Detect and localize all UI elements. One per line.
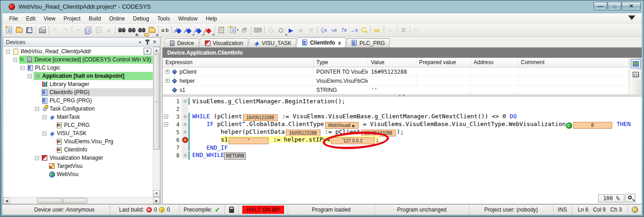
breakpoint-gutter[interactable]	[181, 144, 189, 151]
tree-item-webvisu-read-clientipaddr[interactable]: −WebVisu_Read_ClientIpAddr	[3, 47, 153, 56]
column-header-type[interactable]: Type	[314, 58, 368, 67]
menu-view[interactable]: View	[40, 14, 60, 23]
tree-item-device[interactable]: −↻Device [connected] (CODESYS Control Wi…	[3, 56, 153, 64]
application-selector-dropdown[interactable]: ▼	[144, 48, 151, 55]
column-header-address[interactable]: Address	[471, 58, 518, 67]
step-into-icon[interactable]: ⤷≡	[329, 25, 339, 35]
collapse-icon[interactable]: −	[42, 115, 46, 119]
refactor-icon[interactable]: ↗✓	[412, 25, 422, 35]
delete-icon[interactable]: ×	[104, 25, 114, 35]
save-project-icon[interactable]	[24, 25, 34, 35]
redo-icon[interactable]: ↷	[60, 25, 70, 35]
menu-build[interactable]: Build	[85, 14, 105, 23]
code-line-3[interactable]: −3WHILE (pClient16#05123288 := VisuElems…	[163, 113, 642, 121]
scroll-up-icon[interactable]: ▲	[153, 47, 160, 54]
tree-item-task[interactable]: −⚙Task Configuration	[3, 105, 153, 113]
collapse-icon[interactable]: −	[13, 58, 17, 62]
sort-icon[interactable]: ☰	[399, 25, 409, 35]
code-line-6[interactable]: 6 s1'' := helper.stIPv4'127.0.0.1';	[163, 136, 642, 144]
user-management-icon[interactable]	[632, 207, 638, 213]
watch-row-s1[interactable]: s1	[163, 86, 314, 95]
tree-item-maintask[interactable]: −◈MainTask	[3, 113, 153, 121]
step-over-icon[interactable]: ⤹≡	[319, 25, 329, 35]
find-next-icon[interactable]: a·b	[160, 25, 170, 35]
breakpoint-gutter[interactable]	[181, 121, 189, 128]
column-header-prepared-value[interactable]: Prepared value	[416, 58, 471, 67]
breakpoint-gutter[interactable]	[181, 105, 189, 113]
tab-clientinfo[interactable]: ClientInfox	[296, 37, 347, 47]
open-project-icon[interactable]	[14, 25, 24, 35]
collapse-icon[interactable]: −	[35, 107, 39, 111]
magnifier-icon[interactable]	[625, 194, 635, 202]
breakpoint-gutter[interactable]	[181, 128, 189, 136]
find-icon[interactable]	[117, 25, 127, 35]
code-line-7[interactable]: 7 END_IF	[163, 144, 642, 151]
logout-icon[interactable]: Ѻ×	[276, 25, 286, 35]
menu-project[interactable]: Project	[60, 14, 85, 23]
watch-row-helper[interactable]: +helper	[163, 76, 314, 86]
step-out-icon[interactable]: ⤴≡	[339, 25, 349, 35]
build-icon[interactable]: ⌨	[253, 25, 263, 35]
menu-help[interactable]: Help	[202, 14, 221, 23]
copy-icon[interactable]	[84, 25, 94, 35]
column-header-value[interactable]: Value	[368, 58, 416, 67]
menu-file[interactable]: File	[5, 14, 22, 23]
menu-window[interactable]: Window	[174, 14, 202, 23]
undo-icon[interactable]: ↶	[50, 25, 60, 35]
pin-icon[interactable]	[144, 39, 151, 45]
tree-item-application[interactable]: −⚙Application [halt on breakpoint]	[3, 72, 153, 80]
tree-item-clientinfo[interactable]: ClientInfo	[3, 146, 153, 154]
zoom-level[interactable]: 100 %	[598, 194, 624, 202]
filter-icon[interactable]	[628, 15, 635, 20]
tab-close-icon[interactable]: x	[338, 40, 341, 45]
bookmark-prev-icon[interactable]: ⁄◆«	[193, 25, 203, 35]
breakpoint-gutter[interactable]	[181, 113, 189, 121]
breakpoint-gutter[interactable]	[181, 97, 189, 105]
tree-item-plc[interactable]: −PLC Logic	[3, 64, 153, 72]
bookmark-clear-icon[interactable]: ⁄◆×	[203, 25, 213, 35]
collapse-icon[interactable]: −	[42, 131, 46, 136]
menu-debug[interactable]: Debug	[129, 14, 153, 23]
insert-mode-status[interactable]: INS	[554, 205, 572, 215]
code-line-1[interactable]: 1VisuElems.g_ClientManager.BeginIteratio…	[163, 97, 642, 105]
run-to-cursor-icon[interactable]: →≡	[349, 25, 359, 35]
tree-item-webvisu[interactable]: WebVisu	[3, 170, 153, 178]
tab-visualization[interactable]: Visualization	[199, 38, 249, 47]
code-line-2[interactable]: 2	[163, 105, 642, 113]
tree-item-plc-prg[interactable]: PLC_PRG	[3, 121, 153, 129]
tree-vertical-scrollbar[interactable]: ▲ ≡ ▼	[153, 47, 160, 197]
menu-tools[interactable]: Tools	[153, 14, 174, 23]
code-line-5[interactable]: 5 helper(pClientData16#05123288 := pClie…	[163, 128, 642, 136]
tree-item-targetvisu[interactable]: TargetVisu	[3, 162, 153, 170]
tree-horizontal-scrollbar[interactable]: ◀ ☰ ▶	[3, 197, 160, 204]
collapse-icon[interactable]: −	[20, 66, 25, 70]
collapse-icon[interactable]: −	[28, 74, 32, 78]
set-next-statement-icon[interactable]: ⮎	[359, 25, 369, 35]
collapse-icon[interactable]: −	[35, 156, 39, 160]
fold-icon[interactable]: −	[164, 115, 168, 119]
login-icon[interactable]: Ѻ	[266, 25, 276, 35]
replace-in-project-icon[interactable]: a	[147, 25, 157, 35]
cell-prepared-s1[interactable]	[416, 86, 471, 95]
start-icon[interactable]: ▶	[286, 25, 296, 35]
maximize-button[interactable]: □	[608, 2, 621, 10]
menu-edit[interactable]: Edit	[22, 14, 40, 23]
bookmark-toggle-icon[interactable]: ⁄◆	[173, 25, 183, 35]
tab-device[interactable]: Device	[164, 38, 200, 47]
tree-item-visuelems-visu-prg[interactable]: VisuElems.Visu_Prg	[3, 137, 153, 146]
new-project-icon[interactable]	[4, 25, 14, 35]
bookmark-next-icon[interactable]: ⁄◆»	[183, 25, 193, 35]
column-header-expression[interactable]: Expression	[163, 58, 314, 67]
replace-icon[interactable]: B	[127, 25, 137, 35]
menu-online[interactable]: Online	[105, 14, 129, 23]
title-bar[interactable]: WebVisu_Read_ClientIpAddr.project* - COD…	[0, 0, 644, 13]
tree-item-visu-task[interactable]: −◈VISU_TASK	[3, 129, 153, 137]
scroll-right-icon[interactable]: ▶	[153, 197, 160, 204]
input-assistant-icon[interactable]	[216, 25, 226, 35]
cut-icon[interactable]: ✂	[74, 25, 84, 35]
reset-icon[interactable]: ⚒	[306, 25, 316, 35]
minimize-button[interactable]: —	[594, 2, 607, 10]
stop-icon[interactable]: ■	[296, 25, 306, 35]
paste-icon[interactable]	[94, 25, 104, 35]
breakpoint-gutter[interactable]	[181, 151, 189, 159]
